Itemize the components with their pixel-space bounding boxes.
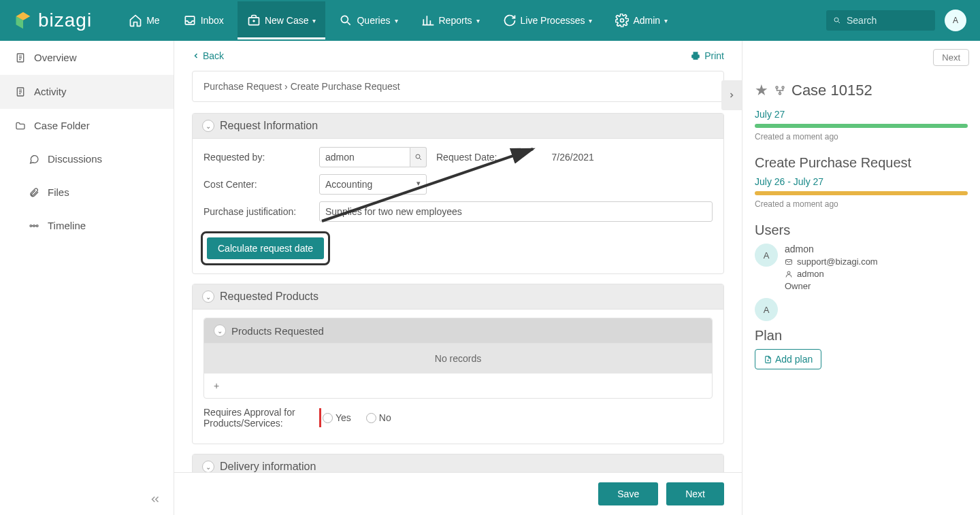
justification-input[interactable] (319, 201, 713, 222)
paperclip-icon (29, 187, 39, 198)
save-button[interactable]: Save (598, 482, 658, 505)
sidebar-timeline[interactable]: Timeline (0, 209, 174, 242)
task-meta: Created a moment ago (755, 199, 968, 209)
nav-live-processes[interactable]: Live Processes ▾ (493, 1, 602, 39)
task-title: Create Purchase Request (755, 155, 968, 171)
progress-bar-task (755, 191, 968, 195)
collapse-toggle-icon: ⌄ (202, 290, 214, 303)
case-meta: Created a moment ago (755, 132, 968, 142)
add-product-button[interactable]: + (204, 373, 712, 398)
svg-point-5 (621, 19, 624, 22)
nav-me[interactable]: Me (119, 1, 169, 39)
progress-bar-case (755, 124, 968, 128)
collapse-toggle-icon: ⌄ (214, 325, 226, 337)
document-plus-icon (764, 355, 772, 364)
annotation-highlight: Calculate request date (201, 231, 330, 265)
products-requested-subpanel: ⌄ Products Requested No records + (203, 318, 713, 399)
sidebar-activity[interactable]: Activity (0, 75, 174, 109)
user-entry-extra: A (755, 298, 968, 321)
request-date-value: 7/26/2021 (552, 152, 594, 163)
user-name: admon (785, 244, 878, 254)
plan-section-title: Plan (755, 328, 968, 344)
request-date-label: Request Date: (436, 152, 497, 163)
sidebar-discussions[interactable]: Discussions (0, 142, 174, 176)
svg-point-11 (36, 225, 38, 227)
user-role: Owner (785, 281, 878, 291)
panel-header[interactable]: ⌄ Request Information (193, 114, 723, 139)
chevron-down-icon: ▾ (664, 17, 668, 24)
svg-point-16 (782, 86, 784, 88)
cost-center-select[interactable]: Accounting (319, 174, 427, 195)
brand-logo: bizagi (14, 10, 92, 31)
collapse-right-tab[interactable] (721, 80, 742, 110)
radio-no[interactable]: No (366, 412, 391, 423)
requested-by-input[interactable] (319, 147, 410, 167)
briefcase-plus-icon (247, 14, 261, 27)
collapse-toggle-icon: ⌄ (202, 120, 214, 132)
chevron-down-icon: ▾ (312, 17, 316, 24)
person-icon (785, 270, 793, 278)
global-search[interactable] (826, 10, 935, 31)
user-avatar[interactable]: A (945, 10, 966, 31)
add-plan-button[interactable]: Add plan (755, 349, 821, 369)
nav-new-case[interactable]: New Case ▾ (238, 1, 326, 39)
print-link[interactable]: Print (691, 50, 724, 61)
brand-text: bizagi (38, 10, 92, 31)
nav-admin[interactable]: Admin ▾ (606, 1, 677, 39)
subpanel-header[interactable]: ⌄ Products Requested (204, 318, 712, 344)
folder-icon (15, 120, 26, 131)
required-indicator (319, 408, 321, 427)
sidebar-files[interactable]: Files (0, 176, 174, 209)
sidebar-overview[interactable]: Overview (0, 41, 174, 75)
radio-yes[interactable]: Yes (323, 412, 351, 423)
panel-header[interactable]: ⌄ Requested Products (193, 284, 723, 310)
sidebar-collapse[interactable] (0, 484, 174, 515)
svg-point-17 (779, 93, 781, 95)
document-icon (15, 86, 26, 97)
subprocess-icon (774, 84, 786, 97)
task-date-range: July 26 - July 27 (755, 176, 968, 187)
case-due-date: July 27 (755, 109, 968, 120)
svg-point-9 (30, 225, 32, 227)
svg-point-15 (776, 86, 778, 88)
svg-point-12 (416, 154, 420, 159)
users-section-title: Users (755, 222, 968, 238)
sidebar-case-folder[interactable]: Case Folder (0, 109, 174, 142)
nav-reports[interactable]: Reports ▾ (412, 1, 489, 39)
timeline-icon (29, 220, 39, 231)
user-avatar-icon: A (755, 298, 778, 321)
chevron-down-icon: ▾ (395, 17, 398, 24)
nav-queries[interactable]: Queries ▾ (329, 1, 407, 39)
requested-by-label: Requested by: (203, 152, 319, 163)
print-icon (691, 51, 700, 61)
right-next-button[interactable]: Next (933, 49, 969, 66)
chevron-right-icon (728, 91, 736, 99)
search-input[interactable] (847, 15, 928, 26)
svg-point-10 (33, 225, 35, 227)
svg-point-4 (342, 16, 348, 22)
next-button[interactable]: Next (666, 482, 724, 505)
chevron-down-icon: ▾ (589, 17, 592, 24)
cost-center-label: Cost Center: (203, 179, 319, 190)
star-icon[interactable]: ★ (755, 82, 768, 99)
calculate-request-date-button[interactable]: Calculate request date (207, 237, 324, 259)
chat-icon (29, 154, 39, 165)
breadcrumb: Purchase Request › Create Purchase Reque… (192, 71, 724, 102)
svg-point-19 (787, 271, 790, 274)
inbox-icon (183, 14, 197, 27)
collapse-toggle-icon: ⌄ (202, 461, 214, 473)
radio-icon (323, 413, 333, 423)
form-footer: Save Next (174, 472, 742, 515)
user-login-line: admon (785, 269, 878, 279)
back-link[interactable]: Back (192, 50, 224, 61)
requested-by-search-button[interactable] (410, 147, 427, 167)
nav-inbox[interactable]: Inbox (174, 1, 233, 39)
chart-icon (421, 14, 435, 27)
gear-icon (615, 14, 629, 27)
chevron-double-left-icon (149, 493, 161, 505)
user-avatar-icon: A (755, 244, 778, 267)
justification-label: Purchase justification: (203, 206, 319, 217)
document-icon (15, 52, 26, 63)
home-icon (129, 14, 142, 27)
cube-icon (14, 11, 33, 30)
